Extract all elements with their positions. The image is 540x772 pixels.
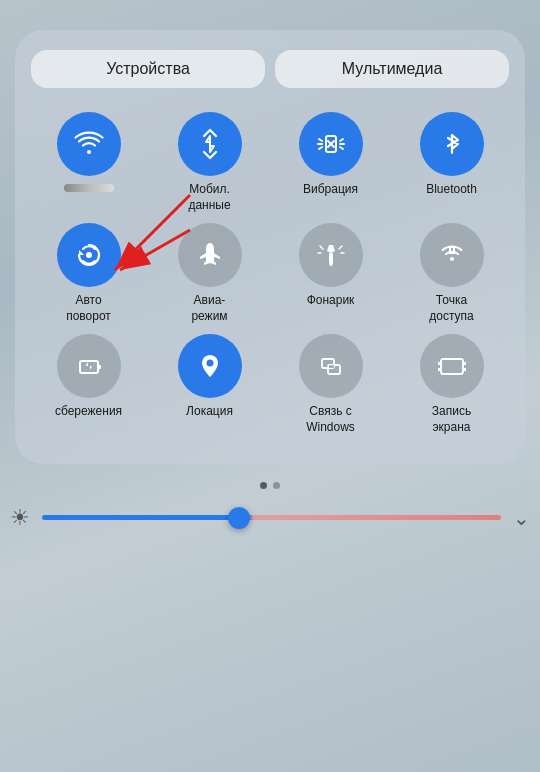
hotspot-label: Точкадоступа — [429, 293, 473, 324]
svg-rect-16 — [450, 247, 454, 253]
tab-devices[interactable]: Устройства — [31, 50, 265, 88]
tile-location[interactable]: Локация — [152, 334, 267, 435]
windows-link-label: Связь сWindows — [306, 404, 355, 435]
vibration-icon-circle — [299, 112, 363, 176]
tile-screen-record[interactable]: Записьэкрана — [394, 334, 509, 435]
tab-bar: Устройства Мультимедиа — [31, 50, 509, 88]
screen-record-label: Записьэкрана — [432, 404, 471, 435]
hotspot-icon-circle — [420, 223, 484, 287]
autorotate-label: Автоповорот — [66, 293, 111, 324]
quick-settings-panel: Устройства Мультимедиа — [15, 30, 525, 464]
svg-rect-22 — [329, 365, 334, 368]
location-label: Локация — [186, 404, 233, 420]
tile-vibration[interactable]: Вибрация — [273, 112, 388, 213]
mobile-data-icon-circle — [178, 112, 242, 176]
svg-rect-26 — [438, 368, 441, 371]
svg-rect-11 — [329, 253, 333, 263]
wifi-icon-circle — [57, 112, 121, 176]
windows-link-icon-circle — [299, 334, 363, 398]
svg-rect-17 — [80, 361, 98, 373]
tile-windows-link[interactable]: Связь сWindows — [273, 334, 388, 435]
tile-wifi[interactable] — [31, 112, 146, 213]
svg-rect-27 — [463, 368, 466, 371]
svg-rect-23 — [441, 359, 463, 374]
airplane-icon-circle — [178, 223, 242, 287]
dot-2 — [273, 482, 280, 489]
mobile-data-label: Мобил.данные — [188, 182, 230, 213]
brightness-control: ☀ ⌄ — [0, 505, 540, 531]
tile-mobile-data[interactable]: Мобил.данные — [152, 112, 267, 213]
airplane-label: Авиа-режим — [191, 293, 227, 324]
chevron-down-icon[interactable]: ⌄ — [513, 506, 530, 530]
svg-line-4 — [340, 139, 343, 141]
svg-rect-18 — [98, 365, 101, 369]
bluetooth-icon-circle — [420, 112, 484, 176]
tile-autorotate[interactable]: Автоповорот — [31, 223, 146, 324]
tile-battery-saver[interactable]: сбережения — [31, 334, 146, 435]
vibration-label: Вибрация — [303, 182, 358, 198]
svg-point-10 — [86, 252, 92, 258]
quick-tiles-grid: Мобил.данные Вибрация — [31, 112, 509, 436]
screen-record-icon-circle — [420, 334, 484, 398]
bluetooth-label: Bluetooth — [426, 182, 477, 198]
dot-1 — [260, 482, 267, 489]
tile-airplane[interactable]: Авиа-режим — [152, 223, 267, 324]
wifi-signal-bar — [64, 184, 114, 192]
tile-bluetooth[interactable]: Bluetooth — [394, 112, 509, 213]
brightness-icon: ☀ — [10, 505, 30, 531]
tile-flashlight[interactable]: Фонарик — [273, 223, 388, 324]
tab-media[interactable]: Мультимедиа — [275, 50, 509, 88]
tile-hotspot[interactable]: Точкадоступа — [394, 223, 509, 324]
autorotate-icon-circle — [57, 223, 121, 287]
svg-rect-24 — [438, 362, 441, 365]
svg-line-3 — [319, 147, 322, 149]
svg-line-6 — [340, 147, 343, 149]
location-icon-circle — [178, 334, 242, 398]
battery-label: сбережения — [55, 404, 122, 420]
battery-icon-circle — [57, 334, 121, 398]
brightness-slider-track[interactable] — [42, 515, 501, 520]
svg-line-13 — [339, 246, 342, 249]
svg-rect-25 — [463, 362, 466, 365]
brightness-slider-thumb[interactable] — [228, 507, 250, 529]
page-indicator — [0, 482, 540, 489]
svg-point-19 — [206, 360, 213, 367]
svg-line-12 — [320, 246, 323, 249]
svg-marker-9 — [79, 250, 84, 255]
flashlight-icon-circle — [299, 223, 363, 287]
svg-line-1 — [319, 139, 322, 141]
flashlight-label: Фонарик — [307, 293, 355, 309]
